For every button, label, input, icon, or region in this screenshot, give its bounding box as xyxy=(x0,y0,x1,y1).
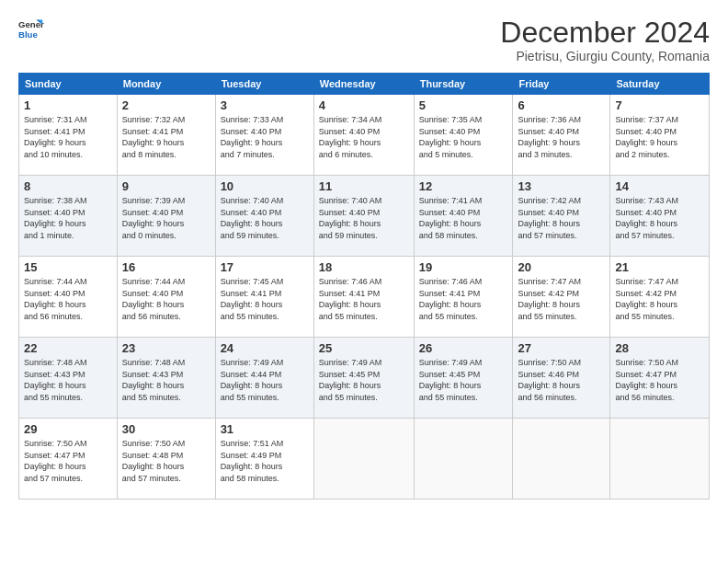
calendar-cell: 14Sunrise: 7:43 AMSunset: 4:40 PMDayligh… xyxy=(610,176,710,257)
col-thursday: Thursday xyxy=(414,74,513,95)
day-number: 26 xyxy=(419,341,508,355)
day-number: 12 xyxy=(419,179,508,193)
day-info: Sunrise: 7:39 AMSunset: 4:40 PMDaylight:… xyxy=(122,195,210,241)
calendar-cell: 16Sunrise: 7:44 AMSunset: 4:40 PMDayligh… xyxy=(117,257,215,338)
day-number: 18 xyxy=(319,260,409,274)
day-info: Sunrise: 7:49 AMSunset: 4:45 PMDaylight:… xyxy=(319,357,409,403)
day-info: Sunrise: 7:33 AMSunset: 4:40 PMDaylight:… xyxy=(221,114,309,160)
calendar-cell: 20Sunrise: 7:47 AMSunset: 4:42 PMDayligh… xyxy=(513,257,610,338)
calendar-cell: 18Sunrise: 7:46 AMSunset: 4:41 PMDayligh… xyxy=(313,257,414,338)
col-wednesday: Wednesday xyxy=(313,74,414,95)
day-number: 27 xyxy=(518,341,605,355)
calendar-cell: 6Sunrise: 7:36 AMSunset: 4:40 PMDaylight… xyxy=(513,95,610,176)
day-info: Sunrise: 7:44 AMSunset: 4:40 PMDaylight:… xyxy=(122,276,210,322)
day-number: 1 xyxy=(24,98,112,112)
day-info: Sunrise: 7:47 AMSunset: 4:42 PMDaylight:… xyxy=(615,276,704,322)
day-number: 17 xyxy=(221,260,309,274)
day-number: 24 xyxy=(221,341,309,355)
day-number: 14 xyxy=(615,179,704,193)
day-info: Sunrise: 7:40 AMSunset: 4:40 PMDaylight:… xyxy=(221,195,309,241)
day-number: 3 xyxy=(221,98,309,112)
day-number: 9 xyxy=(122,179,210,193)
day-info: Sunrise: 7:50 AMSunset: 4:47 PMDaylight:… xyxy=(615,357,704,403)
day-number: 29 xyxy=(24,422,112,436)
day-number: 4 xyxy=(319,98,409,112)
calendar-cell: 29Sunrise: 7:50 AMSunset: 4:47 PMDayligh… xyxy=(19,419,118,500)
calendar-cell: 1Sunrise: 7:31 AMSunset: 4:41 PMDaylight… xyxy=(19,95,118,176)
day-number: 19 xyxy=(419,260,508,274)
calendar-cell xyxy=(313,419,414,500)
logo: General Blue xyxy=(18,17,44,42)
calendar-week-4: 29Sunrise: 7:50 AMSunset: 4:47 PMDayligh… xyxy=(19,419,710,500)
day-number: 25 xyxy=(319,341,409,355)
day-info: Sunrise: 7:36 AMSunset: 4:40 PMDaylight:… xyxy=(518,114,605,160)
col-saturday: Saturday xyxy=(610,74,710,95)
calendar-cell: 26Sunrise: 7:49 AMSunset: 4:45 PMDayligh… xyxy=(414,338,513,419)
day-number: 5 xyxy=(419,98,508,112)
calendar-week-0: 1Sunrise: 7:31 AMSunset: 4:41 PMDaylight… xyxy=(19,95,710,176)
calendar-header-row: Sunday Monday Tuesday Wednesday Thursday… xyxy=(19,74,710,95)
calendar-table: Sunday Monday Tuesday Wednesday Thursday… xyxy=(18,73,710,500)
calendar-cell: 21Sunrise: 7:47 AMSunset: 4:42 PMDayligh… xyxy=(610,257,710,338)
calendar-cell xyxy=(610,419,710,500)
col-friday: Friday xyxy=(513,74,610,95)
calendar-cell: 13Sunrise: 7:42 AMSunset: 4:40 PMDayligh… xyxy=(513,176,610,257)
calendar-cell: 5Sunrise: 7:35 AMSunset: 4:40 PMDaylight… xyxy=(414,95,513,176)
day-number: 7 xyxy=(615,98,704,112)
calendar-cell: 28Sunrise: 7:50 AMSunset: 4:47 PMDayligh… xyxy=(610,338,710,419)
calendar-week-3: 22Sunrise: 7:48 AMSunset: 4:43 PMDayligh… xyxy=(19,338,710,419)
day-number: 30 xyxy=(122,422,210,436)
header: General Blue December 2024 Pietrisu, Giu… xyxy=(18,17,710,63)
day-number: 15 xyxy=(24,260,112,274)
calendar-cell: 8Sunrise: 7:38 AMSunset: 4:40 PMDaylight… xyxy=(19,176,118,257)
day-info: Sunrise: 7:34 AMSunset: 4:40 PMDaylight:… xyxy=(319,114,409,160)
day-info: Sunrise: 7:42 AMSunset: 4:40 PMDaylight:… xyxy=(518,195,605,241)
calendar-cell: 9Sunrise: 7:39 AMSunset: 4:40 PMDaylight… xyxy=(117,176,215,257)
day-number: 22 xyxy=(24,341,112,355)
col-tuesday: Tuesday xyxy=(215,74,313,95)
day-info: Sunrise: 7:46 AMSunset: 4:41 PMDaylight:… xyxy=(319,276,409,322)
calendar-cell: 22Sunrise: 7:48 AMSunset: 4:43 PMDayligh… xyxy=(19,338,118,419)
calendar-cell: 3Sunrise: 7:33 AMSunset: 4:40 PMDaylight… xyxy=(215,95,313,176)
day-info: Sunrise: 7:49 AMSunset: 4:45 PMDaylight:… xyxy=(419,357,508,403)
calendar-cell: 11Sunrise: 7:40 AMSunset: 4:40 PMDayligh… xyxy=(313,176,414,257)
calendar-cell: 23Sunrise: 7:48 AMSunset: 4:43 PMDayligh… xyxy=(117,338,215,419)
day-number: 20 xyxy=(518,260,605,274)
calendar-cell xyxy=(513,419,610,500)
day-number: 2 xyxy=(122,98,210,112)
day-number: 13 xyxy=(518,179,605,193)
calendar-week-1: 8Sunrise: 7:38 AMSunset: 4:40 PMDaylight… xyxy=(19,176,710,257)
day-info: Sunrise: 7:50 AMSunset: 4:47 PMDaylight:… xyxy=(24,438,112,484)
calendar-cell: 2Sunrise: 7:32 AMSunset: 4:41 PMDaylight… xyxy=(117,95,215,176)
day-number: 31 xyxy=(221,422,309,436)
calendar-cell: 31Sunrise: 7:51 AMSunset: 4:49 PMDayligh… xyxy=(215,419,313,500)
svg-text:Blue: Blue xyxy=(18,29,38,40)
day-info: Sunrise: 7:38 AMSunset: 4:40 PMDaylight:… xyxy=(24,195,112,241)
day-info: Sunrise: 7:46 AMSunset: 4:41 PMDaylight:… xyxy=(419,276,508,322)
page: General Blue December 2024 Pietrisu, Giu… xyxy=(0,0,728,563)
day-number: 16 xyxy=(122,260,210,274)
day-info: Sunrise: 7:31 AMSunset: 4:41 PMDaylight:… xyxy=(24,114,112,160)
day-number: 6 xyxy=(518,98,605,112)
logo-icon: General Blue xyxy=(18,17,44,42)
day-info: Sunrise: 7:35 AMSunset: 4:40 PMDaylight:… xyxy=(419,114,508,160)
day-info: Sunrise: 7:48 AMSunset: 4:43 PMDaylight:… xyxy=(122,357,210,403)
day-info: Sunrise: 7:44 AMSunset: 4:40 PMDaylight:… xyxy=(24,276,112,322)
col-monday: Monday xyxy=(117,74,215,95)
day-info: Sunrise: 7:48 AMSunset: 4:43 PMDaylight:… xyxy=(24,357,112,403)
day-number: 23 xyxy=(122,341,210,355)
calendar-cell: 27Sunrise: 7:50 AMSunset: 4:46 PMDayligh… xyxy=(513,338,610,419)
calendar-cell: 17Sunrise: 7:45 AMSunset: 4:41 PMDayligh… xyxy=(215,257,313,338)
calendar-cell: 24Sunrise: 7:49 AMSunset: 4:44 PMDayligh… xyxy=(215,338,313,419)
day-number: 8 xyxy=(24,179,112,193)
calendar-cell: 30Sunrise: 7:50 AMSunset: 4:48 PMDayligh… xyxy=(117,419,215,500)
day-info: Sunrise: 7:43 AMSunset: 4:40 PMDaylight:… xyxy=(615,195,704,241)
day-info: Sunrise: 7:32 AMSunset: 4:41 PMDaylight:… xyxy=(122,114,210,160)
calendar-cell: 12Sunrise: 7:41 AMSunset: 4:40 PMDayligh… xyxy=(414,176,513,257)
day-info: Sunrise: 7:50 AMSunset: 4:46 PMDaylight:… xyxy=(518,357,605,403)
calendar-cell: 7Sunrise: 7:37 AMSunset: 4:40 PMDaylight… xyxy=(610,95,710,176)
day-number: 11 xyxy=(319,179,409,193)
day-info: Sunrise: 7:40 AMSunset: 4:40 PMDaylight:… xyxy=(319,195,409,241)
day-number: 10 xyxy=(221,179,309,193)
day-info: Sunrise: 7:49 AMSunset: 4:44 PMDaylight:… xyxy=(221,357,309,403)
